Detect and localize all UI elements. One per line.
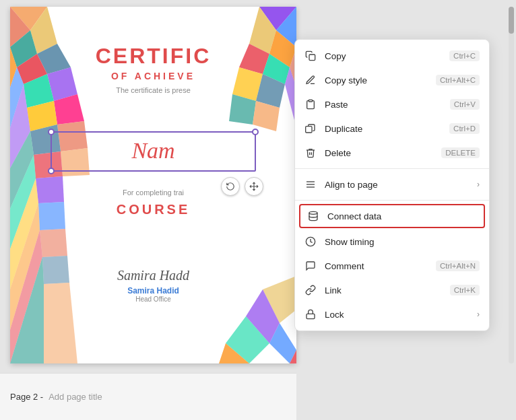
bottom-strip: Page 2 - Add page title [0, 373, 296, 420]
copy-style-shortcut: Ctrl+Alt+C [436, 75, 480, 85]
svg-marker-42 [269, 323, 296, 363]
menu-item-comment[interactable]: Comment Ctrl+Alt+N [295, 254, 489, 278]
svg-marker-38 [229, 94, 256, 125]
menu-item-lock[interactable]: Lock › [295, 302, 489, 326]
menu-item-duplicate[interactable]: Duplicate Ctrl+D [295, 116, 489, 141]
svg-marker-11 [27, 101, 57, 131]
menu-item-delete[interactable]: Delete DELETE [295, 141, 489, 165]
svg-marker-22 [10, 203, 40, 330]
cert-sig-name: Samira Hadid [10, 286, 296, 295]
handle-bl[interactable] [48, 168, 55, 174]
svg-marker-43 [290, 350, 296, 363]
add-page-title[interactable]: Add page title [49, 392, 102, 402]
lock-icon [304, 308, 317, 320]
copy-style-icon [304, 74, 317, 86]
align-icon [304, 178, 317, 190]
svg-rect-48 [306, 127, 312, 133]
divider-2 [295, 200, 489, 201]
canvas: CERTIFIC OF ACHIEVE The certificate is p… [0, 0, 516, 420]
delete-label: Delete [325, 148, 351, 158]
svg-marker-28 [259, 7, 296, 30]
connect-data-icon [307, 210, 319, 222]
comment-shortcut: Ctrl+Alt+N [436, 260, 480, 271]
delete-icon [304, 147, 317, 159]
duplicate-label: Duplicate [325, 124, 362, 134]
scrollbar[interactable] [509, 7, 514, 363]
timing-icon [304, 236, 317, 248]
copy-icon [304, 50, 317, 62]
link-shortcut: Ctrl+K [450, 285, 480, 295]
scrollbar-thumb[interactable] [509, 7, 514, 34]
show-timing-label: Show timing [325, 237, 375, 247]
menu-item-align[interactable]: Align to page › [295, 172, 489, 197]
svg-rect-47 [309, 100, 312, 102]
svg-marker-44 [226, 316, 269, 363]
paste-label: Paste [325, 100, 348, 110]
cert-signature-area: Samira Hadd Samira Hadid Head Office [10, 268, 296, 303]
lock-arrow: › [477, 310, 480, 319]
menu-item-connect-data[interactable]: Connect data [299, 204, 485, 228]
svg-marker-45 [219, 343, 249, 363]
cert-presented: The certificate is prese [10, 86, 296, 94]
certificate-card: CERTIFIC OF ACHIEVE The certificate is p… [10, 7, 296, 363]
cert-title: CERTIFIC [10, 44, 296, 69]
link-icon [304, 284, 317, 296]
context-menu: Copy Ctrl+C Copy style Ctrl+Alt+C [294, 39, 490, 331]
cert-completing: For completing trai [10, 188, 296, 197]
duplicate-icon [304, 123, 317, 135]
menu-item-paste[interactable]: Paste Ctrl+V [295, 92, 489, 116]
handle-tl[interactable] [48, 129, 55, 135]
svg-marker-1 [10, 7, 30, 47]
copy-shortcut: Ctrl+C [449, 50, 480, 61]
svg-rect-54 [307, 314, 315, 318]
svg-marker-29 [276, 7, 296, 47]
cert-subtitle: OF ACHIEVE [10, 71, 296, 81]
align-arrow: › [477, 180, 480, 189]
comment-icon [304, 260, 317, 272]
cert-sig-script: Samira Hadd [10, 268, 296, 283]
divider-1 [295, 168, 489, 169]
menu-item-link[interactable]: Link Ctrl+K [295, 278, 489, 302]
connect-data-label: Connect data [327, 211, 381, 221]
svg-marker-39 [253, 101, 280, 131]
svg-marker-0 [10, 7, 47, 30]
menu-item-copy[interactable]: Copy Ctrl+C [295, 44, 489, 68]
duplicate-shortcut: Ctrl+D [449, 123, 480, 134]
menu-item-copy-style[interactable]: Copy style Ctrl+Alt+C [295, 68, 489, 92]
paste-shortcut: Ctrl+V [450, 99, 480, 110]
svg-marker-10 [54, 94, 84, 125]
svg-rect-46 [309, 55, 315, 61]
lock-label: Lock [325, 310, 344, 320]
handle-tr[interactable] [252, 129, 259, 135]
cert-course: COURSE [10, 202, 296, 217]
align-label: Align to page [325, 180, 378, 190]
svg-point-52 [309, 211, 317, 214]
paste-icon [304, 98, 317, 110]
delete-shortcut: DELETE [441, 147, 480, 158]
comment-label: Comment [325, 261, 364, 271]
page-label: Page 2 - [10, 392, 43, 402]
link-label: Link [325, 285, 342, 295]
menu-item-show-timing[interactable]: Show timing [295, 230, 489, 254]
cert-name-script: Nam [10, 138, 296, 164]
copy-style-label: Copy style [325, 75, 367, 85]
copy-label: Copy [325, 51, 346, 61]
cert-sig-role: Head Office [10, 295, 296, 303]
svg-marker-23 [40, 229, 67, 257]
